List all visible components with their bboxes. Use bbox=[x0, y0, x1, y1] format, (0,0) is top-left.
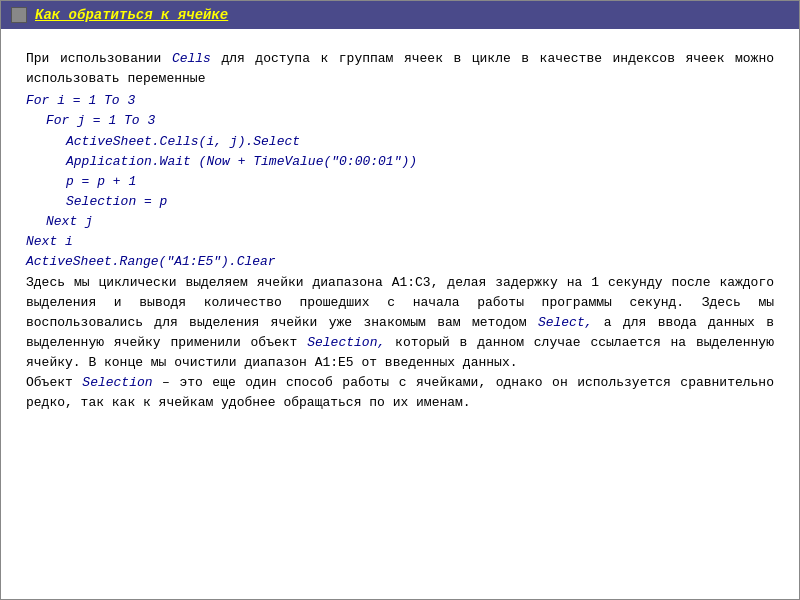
main-window: Как обратиться к ячейке При использовани… bbox=[0, 0, 800, 600]
title-bar: Как обратиться к ячейке bbox=[1, 1, 799, 29]
cells-keyword: Cells bbox=[172, 51, 211, 66]
selection-keyword-2: Selection bbox=[82, 375, 152, 390]
code-line-0: For i = 1 To 3 bbox=[26, 91, 774, 111]
description-paragraph-2: Объект Selection – это еще один способ р… bbox=[26, 373, 774, 413]
desc4-start: Объект bbox=[26, 375, 73, 390]
intro-text: При использовании bbox=[26, 51, 161, 66]
code-line-7: Next i bbox=[26, 232, 774, 252]
code-line-3: Application.Wait (Now + TimeValue("0:00:… bbox=[26, 152, 774, 172]
code-line-6: Next j bbox=[26, 212, 774, 232]
code-line-2: ActiveSheet.Cells(i, j).Select bbox=[26, 132, 774, 152]
content-area: При использовании Cells для доступа к гр… bbox=[1, 29, 799, 599]
code-line-5: Selection = p bbox=[26, 192, 774, 212]
intro-paragraph: При использовании Cells для доступа к гр… bbox=[26, 49, 774, 89]
description-paragraph-1: Здесь мы циклически выделяем ячейки диап… bbox=[26, 273, 774, 374]
code-line-1: For j = 1 To 3 bbox=[26, 111, 774, 131]
code-line-4: p = p + 1 bbox=[26, 172, 774, 192]
selection-keyword: Selection, bbox=[307, 335, 385, 350]
select-keyword: Select, bbox=[538, 315, 593, 330]
code-line-8: ActiveSheet.Range("A1:E5").Clear bbox=[26, 252, 774, 272]
window-icon bbox=[11, 7, 27, 23]
window-title: Как обратиться к ячейке bbox=[35, 7, 228, 23]
code-block: For i = 1 To 3 For j = 1 To 3 ActiveShee… bbox=[26, 91, 774, 272]
